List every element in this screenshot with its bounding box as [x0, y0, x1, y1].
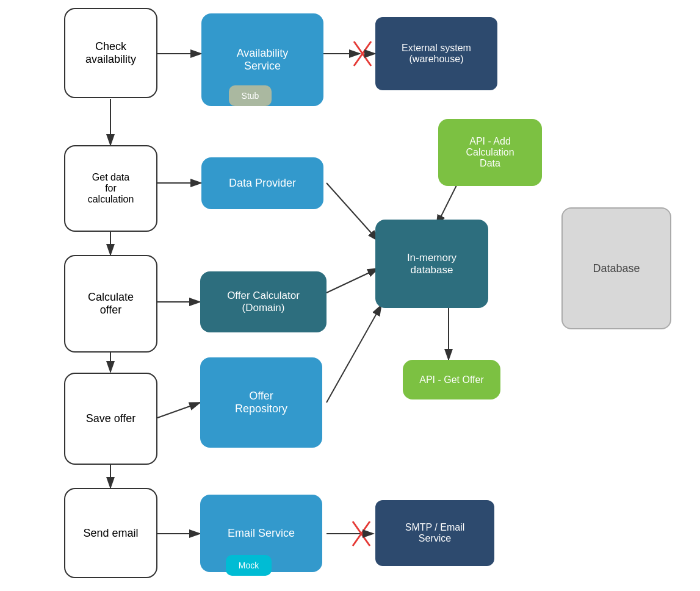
database-node: Database	[561, 207, 671, 329]
svg-line-20	[353, 521, 370, 546]
external-system-node: External system (warehouse)	[375, 17, 497, 90]
offer-calculator-node: Offer Calculator (Domain)	[200, 271, 327, 332]
svg-line-13	[157, 403, 200, 418]
svg-line-4	[354, 41, 371, 66]
svg-line-15	[327, 268, 378, 293]
diagram: External system (red cross) --> SMTP (re	[0, 0, 700, 591]
api-add-node: API - Add Calculation Data	[438, 119, 542, 186]
stub-badge: Stub	[229, 85, 272, 106]
smtp-service-node: SMTP / Email Service	[375, 500, 494, 566]
send-email-node: Send email	[64, 488, 157, 578]
get-data-node: Get data for calculation	[64, 145, 157, 232]
svg-line-14	[327, 183, 378, 241]
svg-line-21	[353, 521, 370, 546]
offer-repository-node: Offer Repository	[200, 357, 322, 448]
data-provider-node: Data Provider	[201, 157, 323, 209]
calculate-offer-node: Calculate offer	[64, 255, 157, 353]
save-offer-node: Save offer	[64, 373, 157, 465]
check-availability-node: Check availability	[64, 8, 157, 98]
api-get-offer-node: API - Get Offer	[403, 360, 500, 399]
mock-badge: Mock	[226, 555, 272, 576]
svg-line-5	[354, 41, 371, 66]
in-memory-db-node: In-memory database	[375, 220, 488, 308]
svg-line-16	[327, 305, 381, 403]
